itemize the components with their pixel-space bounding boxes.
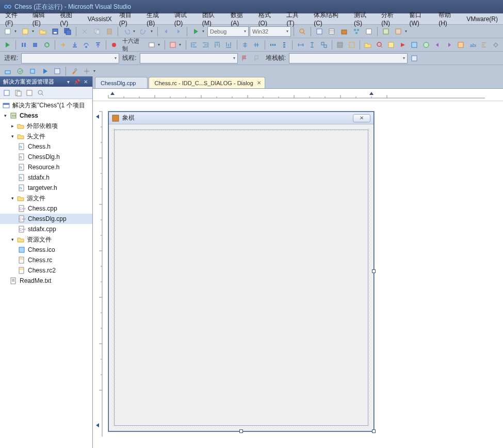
extension-icon[interactable] [380,26,392,37]
va-options-icon[interactable] [490,39,501,51]
close-icon[interactable]: ✕ [256,79,262,86]
menu-vmware[interactable]: VMware(R) [463,14,501,24]
find-icon[interactable] [297,26,308,37]
menu-analyze[interactable]: 分析(N) [378,10,405,28]
panel-dropdown-icon[interactable]: ▾ [64,78,72,85]
save-all-icon[interactable] [62,26,73,37]
solution-explorer-icon[interactable] [314,26,325,37]
tree-file-rc[interactable]: Chess.rc [0,255,92,265]
dropdown-icon[interactable]: ▾ [93,69,98,73]
tree-ext-deps[interactable]: ▸ 外部依赖项 [0,121,92,131]
menu-file[interactable]: 文件(F) [2,10,28,28]
tree-file-ico[interactable]: Chess.ico [0,245,92,255]
output-window-icon[interactable] [147,39,157,51]
tools2-icon[interactable] [81,66,92,77]
thread-combo[interactable]: ▾ [140,53,238,63]
menu-data[interactable]: 数据(A) [228,10,254,28]
collapse-icon[interactable]: ▾ [9,133,15,139]
step-into-icon[interactable] [69,39,80,51]
resize-handle-corner[interactable] [372,429,376,433]
expand-icon[interactable]: ▸ [9,123,15,129]
tree-resources-folder[interactable]: ▾ 资源文件 [0,234,92,245]
cut-icon[interactable] [79,26,90,37]
stackframe-combo[interactable]: ▾ [289,53,408,63]
tree-headers-folder[interactable]: ▾ 头文件 [0,131,92,141]
toolbox-icon[interactable] [338,26,350,37]
hex-label[interactable]: 十六进制 [120,37,145,53]
menu-tools[interactable]: 工具(T) [283,10,310,28]
va-nav-fwd-icon[interactable] [444,39,455,51]
center-vertical-icon[interactable] [251,39,262,51]
make-same-height-icon[interactable] [307,39,318,51]
nav-back-icon[interactable] [160,26,172,37]
tree-file-h[interactable]: hChess.h [0,141,92,152]
make-same-width-icon[interactable] [295,39,306,51]
va-goto-impl-icon[interactable] [397,39,408,51]
dropdown-icon[interactable]: ▾ [158,42,161,47]
extension2-icon[interactable] [393,26,404,37]
menu-team[interactable]: 团队(M) [199,10,226,28]
dialog-client-area[interactable] [114,130,368,426]
tree-file-h[interactable]: htargetver.h [0,183,92,193]
step-over-icon[interactable] [81,39,92,51]
add-item-icon[interactable] [20,26,31,37]
platform-combo[interactable]: Win32▾ [250,26,291,37]
close-icon[interactable]: ✕ [82,78,89,85]
va-refactor-icon[interactable] [420,39,431,51]
properties-icon[interactable] [2,88,11,98]
menu-build[interactable]: 生成(B) [143,10,170,28]
thread-flag2-icon[interactable] [251,53,263,64]
tree-sources-folder[interactable]: ▾ 源文件 [0,193,92,203]
dropdown-icon[interactable]: ▾ [133,29,137,34]
build-icon[interactable] [2,66,13,77]
menu-project[interactable]: 项目(P) [116,10,142,28]
step-out-icon[interactable] [92,39,103,51]
tree-file-h[interactable]: hChessDlg.h [0,152,92,162]
align-bottom-icon[interactable] [223,39,234,51]
break-all-icon[interactable] [18,39,29,51]
tools-icon[interactable] [69,66,80,77]
start-page-icon[interactable] [363,26,375,37]
va-nav-back-icon[interactable] [432,39,443,51]
collapse-icon[interactable]: ▾ [2,113,8,119]
tree-file-cpp[interactable]: C++Chess.cpp [0,203,92,214]
menu-help[interactable]: 帮助(H) [435,10,462,28]
continue-icon[interactable] [2,39,13,51]
tree-file-h[interactable]: hResource.h [0,162,92,172]
va-open-file-icon[interactable] [363,39,374,51]
class-view-icon[interactable] [351,26,362,37]
dropdown-icon[interactable]: ▾ [179,42,183,47]
properties-icon[interactable] [326,26,337,37]
menu-format[interactable]: 格式(O) [255,10,283,28]
config-combo[interactable]: Debug▾ [207,26,249,37]
pin-icon[interactable]: 📌 [73,78,80,85]
compile-icon[interactable] [52,66,63,77]
cancel-build-icon[interactable] [27,66,38,77]
dialog-designer-canvas[interactable]: 象棋 ✕ [93,101,503,448]
va-spell-icon[interactable]: abc [467,39,478,51]
new-project-icon[interactable] [2,26,13,37]
space-across-icon[interactable] [267,39,278,51]
solution-tree[interactable]: 解决方案"Chess"(1 个项目 ▾ ++ Chess ▸ 外部依赖项 ▾ 头… [0,99,92,448]
tree-file-cpp[interactable]: C++ChessDlg.cpp [0,214,92,224]
dialog-preview[interactable]: 象棋 ✕ [108,111,374,431]
menu-edit[interactable]: 编辑(E) [29,10,56,28]
menu-architecture[interactable]: 体系结构(C) [311,10,350,28]
menu-test[interactable]: 测试(S) [351,10,377,28]
tree-file-cpp[interactable]: C++stdafx.cpp [0,224,92,234]
breakpoints-window-icon[interactable] [109,39,120,51]
tab-chessdlg-cpp[interactable]: ChessDlg.cpp [95,77,148,88]
toggle-grid-icon[interactable] [335,39,346,51]
dropdown-icon[interactable]: ▾ [202,29,206,34]
dropdown-icon[interactable]: ▾ [405,29,409,34]
flagged-threads-icon[interactable] [409,53,420,64]
test-dialog-icon[interactable] [168,39,179,51]
paste-icon[interactable] [104,26,115,37]
collapse-icon[interactable]: ▾ [9,195,15,201]
menu-vassistx[interactable]: VAssistX [85,14,115,24]
open-file-icon[interactable] [37,26,48,37]
show-next-statement-icon[interactable] [58,39,69,51]
toggle-guides-icon[interactable] [346,39,357,51]
space-down-icon[interactable] [279,39,290,51]
va-find-ref-icon[interactable] [386,39,397,51]
